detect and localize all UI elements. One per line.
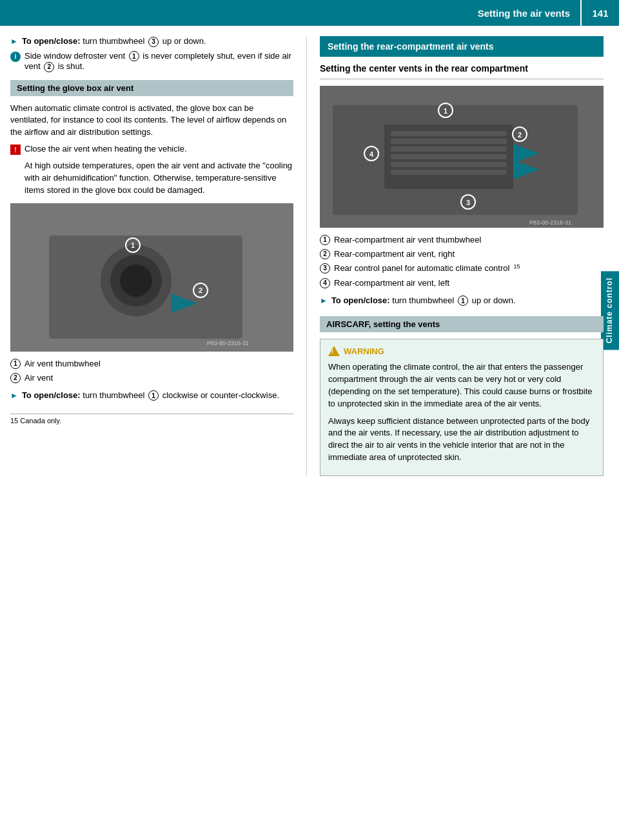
footnote-num: 15 <box>10 417 20 425</box>
open-close-text: turn thumbwheel <box>83 36 144 46</box>
warning-para1: When operating the climate control, the … <box>328 361 595 410</box>
rear-svg: 1 2 3 4 P83-00-2316-31 <box>320 86 604 228</box>
rear-caption-1: 1 Rear-compartment air vent thumbwheel <box>320 234 604 246</box>
page-number: 141 <box>580 0 619 26</box>
arrow-icon-3: ► <box>320 296 328 306</box>
center-vents-subheader: Setting the center vents in the rear com… <box>320 63 604 74</box>
arrow-icon: ► <box>10 37 18 47</box>
glove-box-section-header: Setting the glove box air vent <box>10 80 293 96</box>
left-column: ► To open/close: turn thumbwheel 3 up or… <box>10 36 307 476</box>
rear-caption-3: 3 Rear control panel for automatic clima… <box>320 263 604 274</box>
right-column: Setting the rear-compartment air vents S… <box>307 36 604 476</box>
circle-num-3: 3 <box>148 37 159 47</box>
warning-triangle-icon <box>328 346 340 356</box>
svg-text:2: 2 <box>199 286 202 294</box>
svg-text:P83-00-2316-31: P83-00-2316-31 <box>529 219 571 226</box>
svg-rect-18 <box>391 162 507 167</box>
svg-text:4: 4 <box>369 150 374 158</box>
svg-rect-15 <box>391 139 507 144</box>
arrow-icon-2: ► <box>10 391 18 401</box>
rear-num-4: 4 <box>320 278 330 288</box>
warning-para2: Always keep sufficient distance between … <box>328 415 595 464</box>
svg-rect-17 <box>391 154 507 159</box>
rear-caption-4: 4 Rear-compartment air vent, left <box>320 277 604 289</box>
info-note: i Side window defroster vent 1 is never … <box>10 51 293 72</box>
warning-box: WARNING When operating the climate contr… <box>320 339 604 476</box>
rear-open-close-label: To open/close: <box>331 295 390 305</box>
warning-high-temp: At high outside temperatures, open the a… <box>25 160 293 197</box>
caption-item-1: 1 Air vent thumbwheel <box>10 358 293 370</box>
footnote-ref-15: 15 <box>513 263 520 274</box>
rear-caption-2: 2 Rear-compartment air vent, right <box>320 248 604 260</box>
glove-open-close-label: To open/close: <box>22 390 81 400</box>
page-header: Setting the air vents 141 <box>0 0 619 26</box>
rear-compartment-captions: 1 Rear-compartment air vent thumbwheel 2… <box>320 234 604 289</box>
divider-1 <box>320 79 604 79</box>
warning-box-header: WARNING <box>328 346 595 356</box>
airscarf-section-header: AIRSCARF, setting the vents <box>320 316 604 332</box>
num-2: 2 <box>10 373 21 383</box>
rear-compartment-image: 1 2 3 4 P83-00-2316-31 <box>320 86 604 228</box>
svg-rect-14 <box>391 131 507 136</box>
circle-1b: 1 <box>148 390 159 401</box>
warning-close-vent: ! Close the air vent when heating the ve… <box>10 144 293 155</box>
num-1: 1 <box>10 359 21 369</box>
rear-compartment-header: Setting the rear-compartment air vents <box>320 36 604 57</box>
svg-text:1: 1 <box>444 107 447 115</box>
header-title: Setting the air vents <box>0 0 580 26</box>
info-icon: i <box>10 52 21 62</box>
svg-text:3: 3 <box>466 199 470 206</box>
rear-num-1: 1 <box>320 235 330 245</box>
glove-box-open-close: ► To open/close: turn thumbwheel 1 clock… <box>10 390 293 401</box>
svg-rect-16 <box>391 146 507 152</box>
svg-rect-19 <box>391 170 507 175</box>
open-close-label: To open/close: <box>22 36 81 46</box>
open-close-bullet: ► To open/close: turn thumbwheel 3 up or… <box>10 36 293 47</box>
glove-box-para1: When automatic climate control is activa… <box>10 103 293 139</box>
svg-text:P83-80-2316-31: P83-80-2316-31 <box>207 340 249 346</box>
page-body: ► To open/close: turn thumbwheel 3 up or… <box>0 36 619 476</box>
footnote: 15 Canada only. <box>10 414 293 425</box>
warning-close-text: Close the air vent when heating the vehi… <box>25 144 187 155</box>
glove-box-captions: 1 Air vent thumbwheel 2 Air vent <box>10 358 293 384</box>
svg-text:2: 2 <box>518 131 522 139</box>
glove-box-svg: 1 2 P83-80-2316-31 <box>10 203 293 352</box>
warning-icon-red: ! <box>10 145 21 155</box>
rear-num-2: 2 <box>320 249 330 259</box>
rear-open-close: ► To open/close: turn thumbwheel 1 up or… <box>320 295 604 306</box>
caption-item-2: 2 Air vent <box>10 372 293 384</box>
rear-num-3: 3 <box>320 263 330 274</box>
rear-circle-1: 1 <box>458 295 468 306</box>
warning-label: WARNING <box>344 346 384 356</box>
glove-box-image: 1 2 P83-80-2316-31 <box>10 203 293 352</box>
svg-text:1: 1 <box>131 241 135 249</box>
circle-1: 1 <box>129 51 139 61</box>
circle-2: 2 <box>44 62 54 72</box>
svg-point-4 <box>120 265 152 297</box>
